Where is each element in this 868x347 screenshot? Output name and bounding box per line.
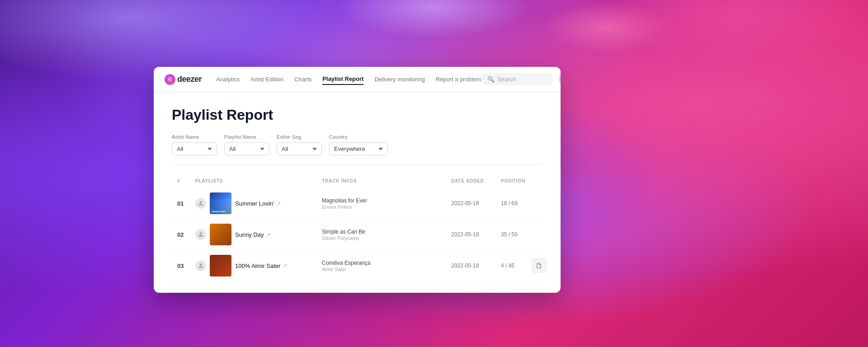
row-2-track-title: Simple as Can Be — [322, 229, 451, 235]
col-number: # — [177, 176, 195, 186]
row-1-track-title: Magnolias for Ever — [322, 197, 451, 204]
logo-text: deezer — [177, 75, 202, 84]
artist-name-select[interactable]: All — [172, 142, 217, 155]
row-1-track-info: Magnolias for Ever Emma Peters — [322, 197, 451, 210]
export-button[interactable] — [532, 258, 546, 273]
row-1-position: 18 / 69 — [501, 200, 537, 206]
nav-artist-edition[interactable]: Artist Edition — [250, 74, 283, 84]
filter-playlist-name-label: Playlist Name — [224, 134, 269, 140]
row-1-number: 01 — [177, 200, 195, 207]
nav-analytics[interactable]: Analytics — [216, 74, 240, 84]
filter-country: Country Everywhere — [329, 134, 388, 155]
row-2-track-artist: Xavier Polycarpe — [322, 235, 451, 241]
logo-icon: © — [165, 74, 175, 85]
col-playlists: PLAYLISTS — [195, 176, 322, 186]
search-icon: 🔍 — [487, 76, 495, 83]
col-date-added: DATE ADDED — [451, 176, 501, 186]
row-2-avatar — [195, 229, 206, 240]
row-2-playlist-name: Sunny Day ↗ — [235, 231, 271, 238]
nav-charts[interactable]: Charts — [294, 74, 311, 84]
row-1-thumbnail: summer lovin' — [210, 192, 231, 214]
filter-editor-seg-label: Editor Seg — [277, 134, 322, 140]
external-link-icon: ↗ — [267, 232, 271, 238]
filter-playlist-name: Playlist Name All — [224, 134, 269, 155]
row-1-date: 2022-05-18 — [451, 200, 501, 206]
filter-artist-name: Artist Name All — [172, 134, 217, 155]
row-1-playlist-cell: summer lovin' Summer Lovin' ↗ — [195, 192, 322, 214]
row-3-track-title: Comitiva Esperança — [322, 260, 451, 266]
user-avatar[interactable] — [559, 72, 561, 87]
page-title: Playlist Report — [172, 107, 542, 123]
row-3-date: 2022-05-18 — [451, 263, 501, 269]
row-3-playlist-cell: 100% Almir Sater ↗ — [195, 255, 322, 277]
nav-links: Analytics Artist Edition Charts Playlist… — [216, 74, 481, 85]
main-window: © deezer Analytics Artist Edition Charts… — [154, 67, 561, 293]
row-2-playlist-cell: Sunny Day ↗ — [195, 224, 322, 245]
row-3-thumbnail — [210, 255, 231, 277]
row-3-avatar — [195, 260, 206, 271]
playlist-name-select[interactable]: All — [224, 142, 269, 155]
row-2-date: 2022-05-18 — [451, 231, 501, 238]
row-3-track-artist: Almir Sater — [322, 267, 451, 272]
row-2-track-info: Simple as Can Be Xavier Polycarpe — [322, 229, 451, 241]
logo[interactable]: © deezer — [165, 74, 202, 85]
row-3-playlist-name: 100% Almir Sater ↗ — [235, 263, 287, 269]
row-2-thumbnail — [210, 224, 231, 245]
external-link-icon: ↗ — [283, 263, 287, 269]
content: Playlist Report Artist Name All Playlist… — [154, 92, 561, 293]
table-row[interactable]: 02 Sunny Day ↗ Simple as Can Be X — [172, 219, 542, 250]
filters-section: Artist Name All Playlist Name All Editor… — [172, 134, 542, 165]
editor-seg-select[interactable]: All — [277, 142, 322, 155]
row-1-playlist-name: Summer Lovin' ↗ — [235, 200, 281, 207]
search-box[interactable]: 🔍 Search — [481, 73, 553, 85]
row-2-position: 35 / 50 — [501, 231, 537, 238]
col-track-infos: TRACK INFOS — [322, 176, 451, 186]
table-header: # PLAYLISTS TRACK INFOS DATE ADDED POSIT… — [172, 176, 542, 186]
nav-playlist-report[interactable]: Playlist Report — [322, 74, 363, 85]
filter-editor-seg: Editor Seg All — [277, 134, 322, 155]
col-position: POSITION — [501, 176, 537, 186]
table-row[interactable]: 01 summer lovin' Summer Lovin' ↗ — [172, 188, 542, 219]
table: # PLAYLISTS TRACK INFOS DATE ADDED POSIT… — [172, 176, 542, 281]
row-2-number: 02 — [177, 231, 195, 238]
row-3-number: 03 — [177, 263, 195, 269]
navigation: © deezer Analytics Artist Edition Charts… — [154, 67, 561, 92]
nav-delivery-monitoring[interactable]: Delivery monitoring — [374, 74, 425, 84]
external-link-icon: ↗ — [277, 201, 281, 206]
row-1-avatar — [195, 198, 206, 209]
filter-country-label: Country — [329, 134, 388, 140]
filter-artist-name-label: Artist Name — [172, 134, 217, 140]
row-1-track-artist: Emma Peters — [322, 204, 451, 210]
search-placeholder: Search — [497, 76, 516, 83]
row-3-track-info: Comitiva Esperança Almir Sater — [322, 260, 451, 272]
nav-right: 🔍 Search — [481, 72, 561, 87]
nav-report-problem[interactable]: Report a problem — [436, 74, 481, 84]
country-select[interactable]: Everywhere — [329, 142, 388, 155]
table-row[interactable]: 03 100% Almir Sater ↗ Comitiva Esperança — [172, 250, 542, 281]
